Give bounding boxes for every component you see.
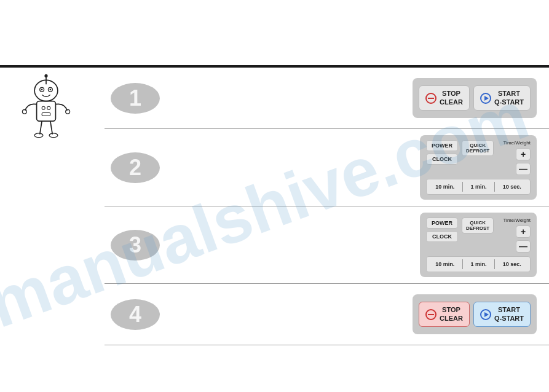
separator-2-2 xyxy=(494,182,495,192)
step-oval-1: 1 xyxy=(111,83,160,114)
time-weight-label-3: Time/Weight xyxy=(504,218,531,223)
svg-line-14 xyxy=(50,121,52,134)
minus-button-3[interactable]: — xyxy=(516,240,531,253)
keypad-panel-2: POWER CLOCK QUICKDEFROST Time/Weight + — xyxy=(420,135,537,200)
power-button-2[interactable]: POWER xyxy=(426,140,458,151)
top-bar xyxy=(0,0,549,68)
svg-rect-10 xyxy=(42,112,50,116)
plus-button-2[interactable]: + xyxy=(516,148,531,160)
stop-icon-4 xyxy=(425,309,436,320)
start-icon-1 xyxy=(480,93,491,104)
quick-defrost-button-3[interactable]: QUICKDEFROST xyxy=(462,218,494,233)
keypad-top-2: POWER CLOCK QUICKDEFROST Time/Weight + — xyxy=(426,140,531,175)
plus-minus-col-2: + — xyxy=(516,148,531,175)
ten-min-button-3[interactable]: 10 min. xyxy=(433,260,457,269)
step-row-1: 1 STOP CLEAR xyxy=(105,68,549,129)
stop-clear-label-1: STOP CLEAR xyxy=(440,90,463,106)
clock-button-2[interactable]: CLOCK xyxy=(426,154,458,165)
step-number-3: 3 xyxy=(129,232,141,258)
svg-marker-20 xyxy=(484,96,489,101)
keypad-widget-2: POWER CLOCK QUICKDEFROST Time/Weight + — xyxy=(420,135,537,200)
stop-start-widget-4: STOP CLEAR START Q-START xyxy=(413,294,537,334)
plus-button-3[interactable]: + xyxy=(516,225,531,238)
step-row-4: 4 STOP CLEAR xyxy=(105,284,549,345)
svg-point-15 xyxy=(34,133,43,138)
ten-sec-button-2[interactable]: 10 sec. xyxy=(500,182,524,191)
ten-min-button-2[interactable]: 10 min. xyxy=(433,182,457,191)
stop-clear-button-4[interactable]: STOP CLEAR xyxy=(419,302,470,326)
svg-rect-7 xyxy=(37,101,56,122)
keypad-right-area-2: Time/Weight + — xyxy=(504,140,531,175)
stop-start-panel-1: STOP CLEAR START Q-START xyxy=(413,78,537,117)
stop-start-widget-1: STOP CLEAR START Q-START xyxy=(413,78,537,117)
step-row-2: 2 POWER CLOCK QUICKDEFROST Time/Weight xyxy=(105,129,549,206)
stop-icon-1 xyxy=(425,93,436,104)
svg-point-9 xyxy=(47,106,50,109)
step-number-4: 4 xyxy=(129,302,141,327)
separator-2-3 xyxy=(494,259,495,269)
separator-1-3 xyxy=(462,259,463,269)
keypad-left-btns-2: POWER CLOCK xyxy=(426,140,458,165)
step-oval-4: 4 xyxy=(111,299,160,330)
keypad-left-btns-3: POWER CLOCK xyxy=(426,218,458,242)
start-icon-4 xyxy=(480,309,491,320)
start-qstart-label-1: START Q-START xyxy=(494,90,524,106)
svg-point-5 xyxy=(41,88,43,90)
svg-point-1 xyxy=(44,74,47,77)
svg-point-6 xyxy=(50,88,52,90)
keypad-bottom-3: 10 min. 1 min. 10 sec. xyxy=(426,256,531,272)
keypad-right-area-3: Time/Weight + — xyxy=(504,218,531,253)
step-number-2: 2 xyxy=(129,155,141,181)
step-number-1: 1 xyxy=(129,85,141,111)
power-button-3[interactable]: POWER xyxy=(426,218,458,229)
steps-column: 1 STOP CLEAR xyxy=(105,68,549,345)
character-column xyxy=(0,68,105,345)
separator-1-2 xyxy=(462,182,463,192)
start-qstart-button-1[interactable]: START Q-START xyxy=(473,85,531,110)
step-row-3: 3 POWER CLOCK QUICKDEFROST Time/Weight xyxy=(105,206,549,284)
plus-minus-col-3: + — xyxy=(516,225,531,253)
svg-point-12 xyxy=(66,109,70,114)
step-oval-3: 3 xyxy=(111,230,160,261)
svg-point-11 xyxy=(22,109,26,114)
start-qstart-label-4: START Q-START xyxy=(494,306,524,322)
start-qstart-button-4[interactable]: START Q-START xyxy=(473,302,531,326)
minus-button-2[interactable]: — xyxy=(516,163,531,175)
quick-defrost-button-2[interactable]: QUICKDEFROST xyxy=(462,140,494,156)
step-oval-2: 2 xyxy=(111,152,160,183)
character-illustration xyxy=(9,74,83,147)
keypad-panel-3: POWER CLOCK QUICKDEFROST Time/Weight + — xyxy=(420,213,537,277)
main-content: 1 STOP CLEAR xyxy=(0,68,549,345)
one-min-button-3[interactable]: 1 min. xyxy=(468,260,489,269)
keypad-bottom-2: 10 min. 1 min. 10 sec. xyxy=(426,179,531,195)
time-weight-label-2: Time/Weight xyxy=(504,140,531,146)
svg-marker-24 xyxy=(484,312,489,317)
svg-point-16 xyxy=(49,133,58,138)
clock-button-3[interactable]: CLOCK xyxy=(426,231,458,242)
keypad-widget-3: POWER CLOCK QUICKDEFROST Time/Weight + — xyxy=(420,213,537,277)
svg-line-13 xyxy=(40,121,42,134)
stop-clear-label-4: STOP CLEAR xyxy=(440,306,463,322)
keypad-top-3: POWER CLOCK QUICKDEFROST Time/Weight + — xyxy=(426,218,531,253)
svg-point-8 xyxy=(42,106,45,109)
one-min-button-2[interactable]: 1 min. xyxy=(468,182,489,191)
stop-clear-button-1[interactable]: STOP CLEAR xyxy=(419,85,470,110)
stop-start-panel-4: STOP CLEAR START Q-START xyxy=(413,294,537,334)
ten-sec-button-3[interactable]: 10 sec. xyxy=(500,260,524,269)
